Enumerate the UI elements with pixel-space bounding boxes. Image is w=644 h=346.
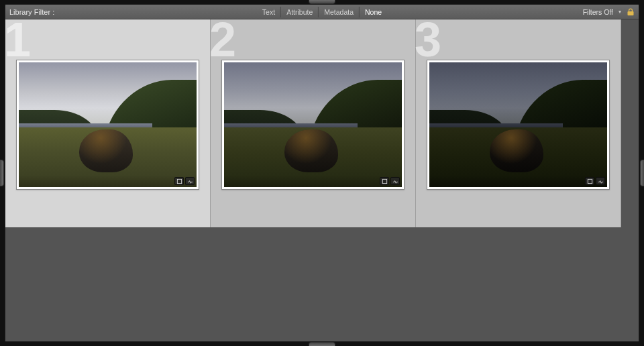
filter-preset-chevron-icon[interactable]: ▾ <box>619 9 621 15</box>
filter-tab-metadata[interactable]: Metadata <box>318 7 359 17</box>
filter-tab-attribute[interactable]: Attribute <box>280 7 318 17</box>
develop-badge-icon[interactable] <box>185 177 195 185</box>
left-panel-toggle[interactable] <box>0 160 4 186</box>
crop-badge-icon[interactable] <box>380 177 389 185</box>
thumbnail-badges <box>380 177 400 185</box>
cell-index: 1 <box>5 15 29 64</box>
grid-cell[interactable]: 1 <box>5 19 211 227</box>
crop-badge-icon[interactable] <box>585 177 594 185</box>
svg-rect-2 <box>588 179 592 183</box>
grid-cell[interactable]: 2 <box>211 19 416 227</box>
thumbnail-frame[interactable] <box>221 60 405 190</box>
cell-index: 3 <box>415 15 439 64</box>
develop-badge-icon[interactable] <box>596 177 605 185</box>
library-frame: Library Filter : Text Attribute Metadata… <box>5 4 639 342</box>
cell-index: 2 <box>209 15 234 64</box>
svg-rect-1 <box>382 179 386 183</box>
thumbnail-grid[interactable]: 1 2 <box>5 19 639 341</box>
library-filter-label: Library Filter : <box>9 8 54 16</box>
thumbnail-image <box>429 62 607 187</box>
library-filter-bar: Library Filter : Text Attribute Metadata… <box>5 5 639 19</box>
filter-tab-none[interactable]: None <box>359 7 387 17</box>
thumbnail-badges <box>585 177 605 185</box>
thumbnail-badges <box>174 177 195 185</box>
grid-empty-area <box>621 19 639 341</box>
filters-off-group: Filters Off ▾ <box>583 8 635 16</box>
grid-cell[interactable]: 3 <box>416 19 621 227</box>
filter-tabs: Text Attribute Metadata None <box>257 7 387 17</box>
svg-rect-0 <box>177 179 181 183</box>
lock-icon[interactable] <box>627 8 635 16</box>
develop-badge-icon[interactable] <box>390 177 400 185</box>
thumbnail-image <box>19 62 197 187</box>
thumbnail-image <box>224 62 402 187</box>
filter-tab-text[interactable]: Text <box>257 7 280 17</box>
thumbnail-frame[interactable] <box>16 60 199 190</box>
thumbnail-frame[interactable] <box>427 60 610 190</box>
right-panel-toggle[interactable] <box>640 160 644 186</box>
bottom-panel-toggle[interactable] <box>309 342 335 346</box>
crop-badge-icon[interactable] <box>174 177 184 185</box>
filters-off-button[interactable]: Filters Off <box>583 8 613 16</box>
